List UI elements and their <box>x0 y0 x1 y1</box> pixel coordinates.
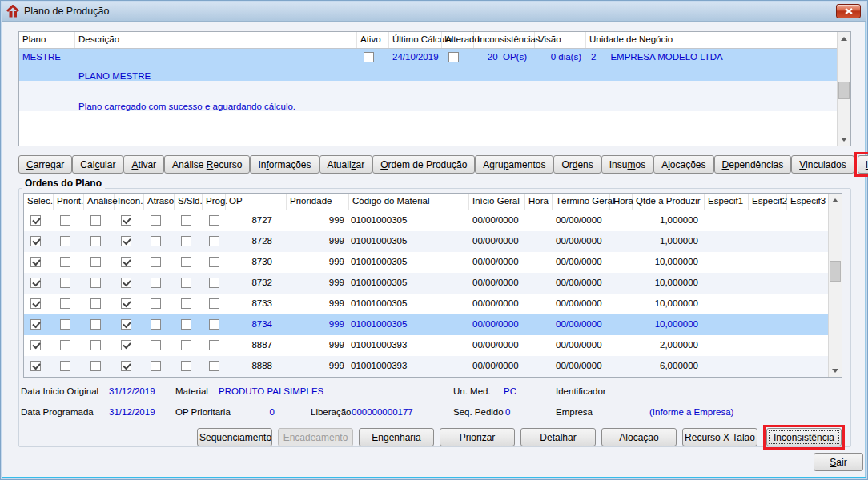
ssld-checkbox[interactable] <box>181 215 191 226</box>
priorit-checkbox[interactable] <box>60 257 70 267</box>
sair-button[interactable]: Sair <box>814 453 863 471</box>
column-header-hora[interactable]: Hora <box>610 194 633 210</box>
atraso-checkbox[interactable] <box>151 257 161 267</box>
column-header-prioridade[interactable]: Prioridade <box>287 194 349 210</box>
priorit-checkbox[interactable] <box>60 215 70 226</box>
column-header-unidade-negocio[interactable]: Unidade de Negócio <box>586 32 837 48</box>
orders-scrollbar[interactable] <box>828 194 842 377</box>
priorit-checkbox[interactable] <box>60 340 70 350</box>
atraso-checkbox[interactable] <box>151 319 161 330</box>
column-header-qtde-a-produzir[interactable]: Qtde a Produzir <box>633 194 705 210</box>
ssld-checkbox[interactable] <box>181 298 191 309</box>
column-header-s-sld[interactable]: S/Sld. <box>175 194 203 210</box>
analise-checkbox[interactable] <box>90 236 101 246</box>
order-sequenciamento-button[interactable]: Sequenciamento <box>197 428 272 446</box>
scroll-up-icon[interactable] <box>829 194 842 206</box>
column-header-incon[interactable]: Incon. <box>115 194 144 210</box>
order-engenharia-button[interactable]: Engenharia <box>359 428 434 446</box>
incon-checkbox[interactable] <box>121 257 131 267</box>
order-row[interactable]: 87339990100100030500/00/000000/00/000010… <box>24 294 828 314</box>
column-header-ultimo-calculo[interactable]: Último Cálculo <box>389 32 442 48</box>
atraso-checkbox[interactable] <box>151 236 161 246</box>
plan-calcular-button[interactable]: Calcular <box>72 155 123 174</box>
prog-checkbox[interactable] <box>209 340 219 350</box>
incon-checkbox[interactable] <box>121 298 131 309</box>
order-priorizar-button[interactable]: Priorizar <box>440 428 515 446</box>
atraso-checkbox[interactable] <box>151 340 161 350</box>
ssld-checkbox[interactable] <box>181 319 191 330</box>
column-header-visao[interactable]: Visão <box>535 32 586 48</box>
close-button[interactable] <box>836 4 861 18</box>
order-recurso-x-talao-button[interactable]: Recurso X Talão <box>682 428 757 446</box>
selec-checkbox[interactable] <box>30 257 41 267</box>
plan-agrupamentos-button[interactable]: Agrupamentos <box>475 155 553 174</box>
order-row[interactable]: 88879990100100039300/00/000000/00/00002,… <box>24 335 828 356</box>
atraso-checkbox[interactable] <box>151 298 161 309</box>
column-header-inicio-geral[interactable]: Início Geral <box>469 194 525 210</box>
column-header-analise[interactable]: Análise <box>84 194 115 210</box>
column-header-plano[interactable]: Plano <box>19 32 75 48</box>
column-header-inconsistencias[interactable]: Inconsistências <box>474 32 535 48</box>
plan-ordem-de-producao-button[interactable]: Ordem de Produção <box>372 155 475 174</box>
plan-ordens-button[interactable]: Ordens <box>553 155 601 174</box>
atraso-checkbox[interactable] <box>151 278 161 288</box>
column-header-prog[interactable]: Prog. <box>203 194 226 210</box>
column-header-codigo-do-material[interactable]: Código do Material <box>349 194 469 210</box>
prog-checkbox[interactable] <box>209 278 219 288</box>
ativo-checkbox[interactable] <box>364 52 374 62</box>
ssld-checkbox[interactable] <box>181 257 191 267</box>
column-header-especif1[interactable]: Especif1 <box>705 194 749 210</box>
incon-checkbox[interactable] <box>121 215 131 226</box>
column-header-hora[interactable]: Hora <box>525 194 553 210</box>
ssld-checkbox[interactable] <box>181 361 191 371</box>
order-alocacao-button[interactable]: Alocação <box>601 428 677 446</box>
selec-checkbox[interactable] <box>30 236 41 246</box>
column-header-especif3[interactable]: Especif3 <box>787 194 828 210</box>
analise-checkbox[interactable] <box>90 361 101 371</box>
selec-checkbox[interactable] <box>30 319 41 330</box>
plans-scrollbar[interactable] <box>837 32 850 146</box>
prog-checkbox[interactable] <box>209 236 219 246</box>
column-header-especif2[interactable]: Especif2 <box>749 194 787 210</box>
column-header-op[interactable]: OP <box>226 194 287 210</box>
plan-carregar-button[interactable]: Carregar <box>18 155 72 174</box>
title-bar[interactable]: Plano de Produção <box>2 2 866 22</box>
priorit-checkbox[interactable] <box>60 319 70 330</box>
selec-checkbox[interactable] <box>30 361 41 371</box>
incon-checkbox[interactable] <box>121 319 131 330</box>
order-row[interactable]: 88889990100100039300/00/000000/00/00006,… <box>24 356 828 377</box>
order-inconsistencia-button[interactable]: Inconsistência <box>766 428 842 446</box>
prog-checkbox[interactable] <box>209 257 219 267</box>
plan-informacoes-button[interactable]: Informações <box>250 155 319 174</box>
plan-insumos-button[interactable]: Insumos <box>601 155 653 174</box>
analise-checkbox[interactable] <box>90 278 101 288</box>
plan-inconsistencias-button[interactable]: Inconsistências <box>858 155 868 174</box>
order-row[interactable]: 87289990100100030500/00/000000/00/00001,… <box>24 231 828 252</box>
column-header-descricao[interactable]: Descrição <box>75 32 357 48</box>
column-header-alterado[interactable]: Alterado <box>442 32 474 48</box>
prog-checkbox[interactable] <box>209 319 219 330</box>
order-row[interactable]: 87279990100100030500/00/000000/00/00001,… <box>24 210 828 231</box>
priorit-checkbox[interactable] <box>60 278 70 288</box>
atraso-checkbox[interactable] <box>151 215 161 226</box>
alterado-checkbox[interactable] <box>448 52 459 62</box>
orders-scrollbar-thumb[interactable] <box>830 261 841 282</box>
column-header-termino-geral[interactable]: Término Geral <box>553 194 610 210</box>
priorit-checkbox[interactable] <box>60 361 70 371</box>
plan-vinculados-button[interactable]: Vinculados <box>791 155 854 174</box>
order-encadeamento-button[interactable]: Encadeamento <box>278 428 353 446</box>
plan-row-mestre[interactable]: MESTRE PLANO MESTRE Plano carregado com … <box>19 49 837 81</box>
analise-checkbox[interactable] <box>90 340 101 350</box>
analise-checkbox[interactable] <box>90 215 101 226</box>
ssld-checkbox[interactable] <box>181 236 191 246</box>
selec-checkbox[interactable] <box>30 278 41 288</box>
ssld-checkbox[interactable] <box>181 340 191 350</box>
plan-alocacoes-button[interactable]: Alocações <box>653 155 713 174</box>
selec-checkbox[interactable] <box>30 298 41 309</box>
selec-checkbox[interactable] <box>30 340 41 350</box>
prog-checkbox[interactable] <box>209 361 219 371</box>
scroll-down-icon[interactable] <box>838 133 850 146</box>
scroll-up-icon[interactable] <box>838 32 850 45</box>
ssld-checkbox[interactable] <box>181 278 191 288</box>
analise-checkbox[interactable] <box>90 319 101 330</box>
